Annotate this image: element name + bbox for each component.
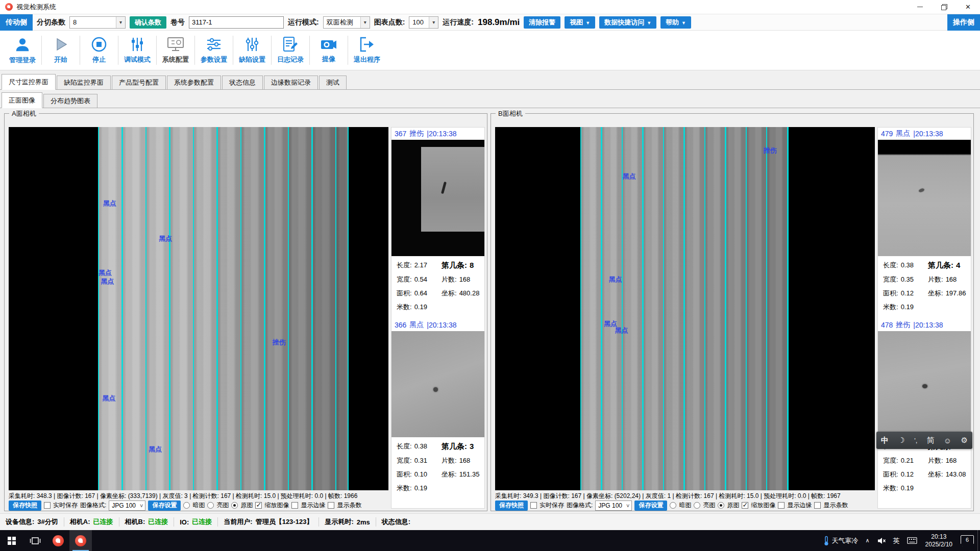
volume-muted-button[interactable]	[873, 530, 890, 551]
chevron-down-icon[interactable]	[360, 17, 370, 28]
ime-simplified-toggle[interactable]: 简	[927, 436, 935, 445]
tab-product-model-config[interactable]: 产品型号配置	[112, 76, 166, 89]
main-tab-strip: 尺寸监控界面 缺陷监控界面 产品型号配置 系统参数配置 状态信息 边缘数据记录 …	[0, 70, 980, 90]
tool-capture-image[interactable]: 提像	[310, 31, 347, 70]
ime-lang-toggle[interactable]: 中	[881, 436, 889, 445]
restore-button[interactable]	[932, 0, 956, 14]
display-time-value: 2ms	[357, 518, 370, 526]
tab-status-info[interactable]: 状态信息	[222, 76, 263, 89]
tool-defect-settings[interactable]: 缺陷设置	[234, 31, 271, 70]
zoom-image-checkbox[interactable]	[742, 502, 748, 509]
realtime-save-checkbox[interactable]	[44, 502, 51, 509]
weather-widget[interactable]: 天气寒冷	[819, 530, 862, 551]
tool-start[interactable]: 开始	[42, 31, 79, 70]
taskbar-clock[interactable]: 20:13 2025/2/10	[921, 533, 957, 548]
run-mode-value: 双面检测	[324, 18, 360, 27]
defect-marker: 黑点	[101, 277, 114, 286]
chart-points-value: 100	[409, 18, 429, 26]
defect-mark	[922, 384, 927, 388]
touch-keyboard-button[interactable]	[903, 530, 921, 551]
stat-label: 面积:	[397, 289, 412, 298]
view-menu-button[interactable]: 视图	[565, 16, 595, 29]
bright-image-radio[interactable]	[694, 502, 700, 509]
help-menu-button[interactable]: 帮助	[660, 16, 691, 29]
language-indicator[interactable]: 英	[890, 530, 903, 551]
realtime-save-checkbox[interactable]	[530, 502, 537, 509]
show-strips-checkbox[interactable]	[814, 502, 821, 509]
tool-exit-program[interactable]: 退出程序	[349, 31, 385, 70]
operate-side-button[interactable]: 操作侧	[947, 14, 980, 31]
close-button[interactable]: ✕	[956, 0, 980, 14]
tab-size-monitor[interactable]: 尺寸监控界面	[2, 74, 56, 90]
save-snapshot-button[interactable]: 保存快照	[495, 500, 528, 511]
confirm-count-button[interactable]: 确认条数	[130, 16, 166, 29]
run-mode-select[interactable]: 双面检测	[323, 16, 370, 29]
save-settings-button[interactable]: 保存设置	[634, 500, 667, 511]
chevron-down-icon[interactable]	[429, 17, 438, 28]
dark-image-radio[interactable]	[183, 502, 190, 509]
defect-type: 黑点	[896, 129, 910, 138]
chevron-down-icon	[647, 18, 651, 26]
toolbar-separator	[156, 36, 157, 65]
tab-defect-monitor[interactable]: 缺陷监控界面	[57, 76, 111, 89]
tool-admin-login[interactable]: 管理登录	[4, 31, 41, 70]
camera-a-strips	[98, 127, 349, 490]
data-quick-access-menu-button[interactable]: 数据快捷访问	[599, 16, 656, 29]
tool-system-config[interactable]: 系统配置	[157, 31, 194, 70]
stat-value: 0.19	[414, 484, 427, 492]
tab-test[interactable]: 测试	[319, 76, 347, 89]
defect-card[interactable]: 479 黑点 |20:13:38 长度:0.38 第几条:4 宽度:0.35 片…	[878, 128, 971, 312]
image-format-select[interactable]: JPG 100	[109, 500, 145, 511]
original-image-radio[interactable]	[231, 502, 238, 509]
tab-edge-data-record[interactable]: 边缘数据记录	[264, 76, 318, 89]
slit-count-select[interactable]: 8	[69, 16, 126, 29]
action-center-button[interactable]: 6	[957, 530, 977, 551]
show-strips-checkbox[interactable]	[328, 502, 334, 509]
save-settings-button[interactable]: 保存设置	[148, 500, 181, 511]
save-snapshot-button[interactable]: 保存快照	[9, 500, 41, 511]
stat-label: 坐标:	[928, 470, 943, 479]
tool-debug-mode[interactable]: 调试模式	[119, 31, 156, 70]
tab-system-param-config[interactable]: 系统参数配置	[167, 76, 221, 89]
zoom-image-checkbox[interactable]	[255, 502, 262, 509]
defect-card[interactable]: 367 挫伤 |20:13:38 长度:2.17 第几条:8 宽度:0.54 片…	[391, 128, 484, 312]
roll-number-input[interactable]	[189, 16, 284, 29]
window-title: 视觉检测系统	[16, 3, 56, 12]
taskbar-app-vision-system[interactable]	[47, 530, 69, 551]
show-edge-checkbox[interactable]	[778, 502, 785, 509]
tool-log-record[interactable]: 日志记录	[272, 31, 309, 70]
image-format-select[interactable]: JPG 100	[595, 500, 632, 511]
ime-settings-gear-icon[interactable]	[961, 436, 967, 445]
tool-param-settings[interactable]: 参数设置	[195, 31, 232, 70]
drive-side-button[interactable]: 传动侧	[0, 14, 33, 31]
minimize-button[interactable]	[908, 0, 932, 14]
stat-label: 面积:	[397, 470, 412, 479]
show-edge-checkbox[interactable]	[291, 502, 298, 509]
exit-icon	[359, 36, 375, 53]
ime-punctuation-toggle[interactable]: ’,	[914, 437, 918, 444]
tray-expand-button[interactable]	[862, 530, 873, 551]
defect-card[interactable]: 478 挫伤 |20:13:38 长度:0.57 第几条:3 宽度:0.21 片…	[878, 319, 971, 493]
chevron-down-icon[interactable]	[116, 17, 125, 28]
defect-card[interactable]: 366 黑点 |20:13:38 长度:0.38 第几条:3 宽度:0.31 片…	[391, 319, 484, 493]
taskbar-app-vision-system-active[interactable]	[69, 530, 92, 551]
task-view-button[interactable]	[23, 530, 47, 551]
tool-stop[interactable]: 停止	[81, 31, 117, 70]
original-image-radio[interactable]	[718, 502, 724, 509]
app-logo-icon	[75, 535, 86, 546]
dark-image-radio[interactable]	[670, 502, 676, 509]
tab-distribution-trend-chart[interactable]: 分布趋势图表	[43, 94, 97, 108]
ime-emoji-icon[interactable]	[944, 436, 951, 445]
defect-time: |20:13:38	[427, 130, 456, 138]
bright-image-radio[interactable]	[207, 502, 214, 509]
tab-front-image[interactable]: 正面图像	[2, 92, 42, 108]
stat-label: 米数:	[883, 484, 898, 493]
clear-alarm-button[interactable]: 清除报警	[524, 16, 560, 29]
roll-label: 卷号	[170, 18, 185, 27]
bright-image-label: 亮图	[703, 501, 715, 510]
ime-fullwidth-moon-icon[interactable]	[898, 436, 904, 445]
show-desktop-button[interactable]	[977, 530, 980, 551]
chart-points-select[interactable]: 100	[409, 16, 438, 29]
clock-time: 20:13	[931, 533, 946, 541]
start-button[interactable]	[0, 530, 23, 551]
